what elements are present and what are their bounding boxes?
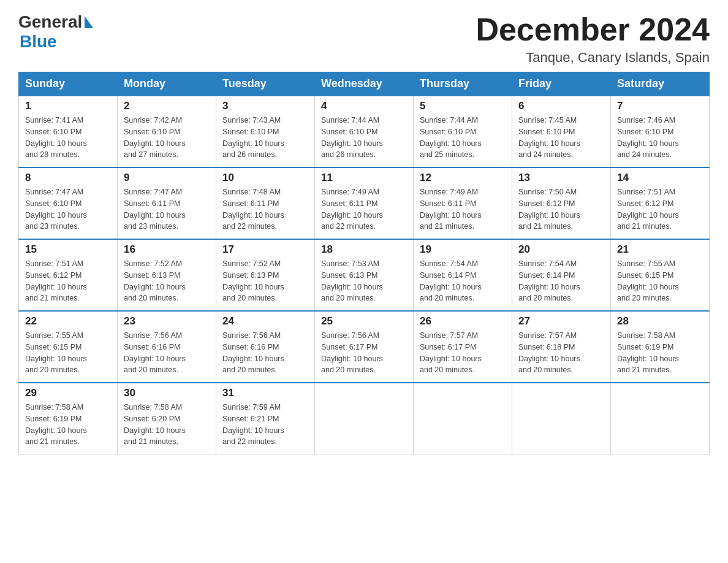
- header-tuesday: Tuesday: [216, 72, 315, 96]
- day-info: Sunrise: 7:41 AM Sunset: 6:10 PM Dayligh…: [25, 115, 111, 161]
- calendar-cell: 17 Sunrise: 7:52 AM Sunset: 6:13 PM Dayl…: [216, 239, 315, 311]
- calendar-cell: 5 Sunrise: 7:44 AM Sunset: 6:10 PM Dayli…: [414, 96, 512, 167]
- header-wednesday: Wednesday: [315, 72, 414, 96]
- day-info: Sunrise: 7:58 AM Sunset: 6:20 PM Dayligh…: [124, 402, 210, 448]
- calendar-cell: 30 Sunrise: 7:58 AM Sunset: 6:20 PM Dayl…: [118, 383, 216, 454]
- calendar-week-5: 29 Sunrise: 7:58 AM Sunset: 6:19 PM Dayl…: [19, 383, 710, 454]
- day-info: Sunrise: 7:49 AM Sunset: 6:11 PM Dayligh…: [321, 186, 407, 232]
- day-number: 5: [420, 100, 506, 112]
- calendar-cell: 7 Sunrise: 7:46 AM Sunset: 6:10 PM Dayli…: [611, 96, 710, 167]
- header-row: Sunday Monday Tuesday Wednesday Thursday…: [19, 72, 710, 96]
- day-info: Sunrise: 7:46 AM Sunset: 6:10 PM Dayligh…: [617, 115, 703, 161]
- day-number: 11: [321, 172, 407, 184]
- month-title: December 2024: [476, 12, 710, 47]
- day-number: 1: [25, 100, 111, 112]
- day-number: 27: [518, 315, 604, 327]
- day-number: 18: [321, 243, 407, 256]
- day-number: 19: [420, 243, 506, 256]
- day-number: 26: [420, 315, 506, 327]
- calendar-cell: [512, 383, 611, 454]
- day-info: Sunrise: 7:48 AM Sunset: 6:11 PM Dayligh…: [222, 186, 308, 232]
- day-number: 14: [617, 172, 703, 184]
- day-info: Sunrise: 7:47 AM Sunset: 6:11 PM Dayligh…: [124, 186, 210, 232]
- calendar-cell: 15 Sunrise: 7:51 AM Sunset: 6:12 PM Dayl…: [19, 239, 118, 311]
- day-info: Sunrise: 7:51 AM Sunset: 6:12 PM Dayligh…: [617, 186, 703, 232]
- calendar-cell: 8 Sunrise: 7:47 AM Sunset: 6:10 PM Dayli…: [19, 167, 118, 239]
- calendar-cell: 1 Sunrise: 7:41 AM Sunset: 6:10 PM Dayli…: [19, 96, 118, 167]
- day-info: Sunrise: 7:56 AM Sunset: 6:16 PM Dayligh…: [222, 330, 308, 376]
- day-number: 8: [25, 172, 111, 184]
- day-info: Sunrise: 7:57 AM Sunset: 6:18 PM Dayligh…: [518, 330, 604, 376]
- calendar-cell: 14 Sunrise: 7:51 AM Sunset: 6:12 PM Dayl…: [611, 167, 710, 239]
- calendar-cell: 29 Sunrise: 7:58 AM Sunset: 6:19 PM Dayl…: [19, 383, 118, 454]
- day-number: 24: [222, 315, 308, 327]
- calendar-cell: 25 Sunrise: 7:56 AM Sunset: 6:17 PM Dayl…: [315, 311, 414, 383]
- day-number: 31: [222, 387, 308, 399]
- day-info: Sunrise: 7:55 AM Sunset: 6:15 PM Dayligh…: [25, 330, 111, 376]
- day-number: 15: [25, 243, 111, 256]
- calendar-cell: 16 Sunrise: 7:52 AM Sunset: 6:13 PM Dayl…: [118, 239, 216, 311]
- day-number: 2: [124, 100, 210, 112]
- calendar-cell: 22 Sunrise: 7:55 AM Sunset: 6:15 PM Dayl…: [19, 311, 118, 383]
- day-number: 29: [25, 387, 111, 399]
- day-info: Sunrise: 7:42 AM Sunset: 6:10 PM Dayligh…: [124, 115, 210, 161]
- day-number: 9: [124, 172, 210, 184]
- calendar-cell: 26 Sunrise: 7:57 AM Sunset: 6:17 PM Dayl…: [414, 311, 512, 383]
- day-info: Sunrise: 7:49 AM Sunset: 6:11 PM Dayligh…: [420, 186, 506, 232]
- day-info: Sunrise: 7:55 AM Sunset: 6:15 PM Dayligh…: [617, 258, 703, 304]
- day-info: Sunrise: 7:54 AM Sunset: 6:14 PM Dayligh…: [518, 258, 604, 304]
- calendar-week-3: 15 Sunrise: 7:51 AM Sunset: 6:12 PM Dayl…: [19, 239, 710, 311]
- calendar-cell: [315, 383, 414, 454]
- logo-blue: Blue: [20, 32, 57, 52]
- day-info: Sunrise: 7:47 AM Sunset: 6:10 PM Dayligh…: [25, 186, 111, 232]
- day-number: 16: [124, 243, 210, 256]
- logo-general: General: [18, 12, 82, 32]
- day-number: 10: [222, 172, 308, 184]
- day-number: 22: [25, 315, 111, 327]
- day-number: 17: [222, 243, 308, 256]
- calendar-cell: 13 Sunrise: 7:50 AM Sunset: 6:12 PM Dayl…: [512, 167, 611, 239]
- calendar-week-4: 22 Sunrise: 7:55 AM Sunset: 6:15 PM Dayl…: [19, 311, 710, 383]
- day-number: 3: [222, 100, 308, 112]
- calendar-cell: 21 Sunrise: 7:55 AM Sunset: 6:15 PM Dayl…: [611, 239, 710, 311]
- calendar-week-1: 1 Sunrise: 7:41 AM Sunset: 6:10 PM Dayli…: [19, 96, 710, 167]
- calendar-cell: 27 Sunrise: 7:57 AM Sunset: 6:18 PM Dayl…: [512, 311, 611, 383]
- header-monday: Monday: [118, 72, 216, 96]
- calendar-cell: 2 Sunrise: 7:42 AM Sunset: 6:10 PM Dayli…: [118, 96, 216, 167]
- calendar-cell: 28 Sunrise: 7:58 AM Sunset: 6:19 PM Dayl…: [611, 311, 710, 383]
- day-info: Sunrise: 7:56 AM Sunset: 6:16 PM Dayligh…: [124, 330, 210, 376]
- day-info: Sunrise: 7:56 AM Sunset: 6:17 PM Dayligh…: [321, 330, 407, 376]
- day-info: Sunrise: 7:59 AM Sunset: 6:21 PM Dayligh…: [222, 402, 308, 448]
- calendar-cell: 31 Sunrise: 7:59 AM Sunset: 6:21 PM Dayl…: [216, 383, 315, 454]
- day-info: Sunrise: 7:52 AM Sunset: 6:13 PM Dayligh…: [222, 258, 308, 304]
- calendar-cell: [611, 383, 710, 454]
- calendar-cell: 12 Sunrise: 7:49 AM Sunset: 6:11 PM Dayl…: [414, 167, 512, 239]
- header-friday: Friday: [512, 72, 611, 96]
- day-info: Sunrise: 7:57 AM Sunset: 6:17 PM Dayligh…: [420, 330, 506, 376]
- day-info: Sunrise: 7:52 AM Sunset: 6:13 PM Dayligh…: [124, 258, 210, 304]
- day-number: 4: [321, 100, 407, 112]
- header-sunday: Sunday: [19, 72, 118, 96]
- day-info: Sunrise: 7:54 AM Sunset: 6:14 PM Dayligh…: [420, 258, 506, 304]
- calendar-cell: 23 Sunrise: 7:56 AM Sunset: 6:16 PM Dayl…: [118, 311, 216, 383]
- day-number: 6: [518, 100, 604, 112]
- header-thursday: Thursday: [414, 72, 512, 96]
- calendar-cell: 11 Sunrise: 7:49 AM Sunset: 6:11 PM Dayl…: [315, 167, 414, 239]
- header-saturday: Saturday: [611, 72, 710, 96]
- calendar-cell: 18 Sunrise: 7:53 AM Sunset: 6:13 PM Dayl…: [315, 239, 414, 311]
- day-number: 25: [321, 315, 407, 327]
- calendar-cell: 20 Sunrise: 7:54 AM Sunset: 6:14 PM Dayl…: [512, 239, 611, 311]
- day-info: Sunrise: 7:53 AM Sunset: 6:13 PM Dayligh…: [321, 258, 407, 304]
- calendar-week-2: 8 Sunrise: 7:47 AM Sunset: 6:10 PM Dayli…: [19, 167, 710, 239]
- day-info: Sunrise: 7:51 AM Sunset: 6:12 PM Dayligh…: [25, 258, 111, 304]
- page-header: General Blue December 2024 Tanque, Canar…: [18, 12, 710, 66]
- location: Tanque, Canary Islands, Spain: [476, 50, 710, 66]
- calendar-cell: 24 Sunrise: 7:56 AM Sunset: 6:16 PM Dayl…: [216, 311, 315, 383]
- calendar-cell: 3 Sunrise: 7:43 AM Sunset: 6:10 PM Dayli…: [216, 96, 315, 167]
- day-number: 28: [617, 315, 703, 327]
- day-info: Sunrise: 7:44 AM Sunset: 6:10 PM Dayligh…: [420, 115, 506, 161]
- day-number: 20: [518, 243, 604, 256]
- day-info: Sunrise: 7:50 AM Sunset: 6:12 PM Dayligh…: [518, 186, 604, 232]
- logo: General Blue: [18, 12, 93, 52]
- calendar-cell: 9 Sunrise: 7:47 AM Sunset: 6:11 PM Dayli…: [118, 167, 216, 239]
